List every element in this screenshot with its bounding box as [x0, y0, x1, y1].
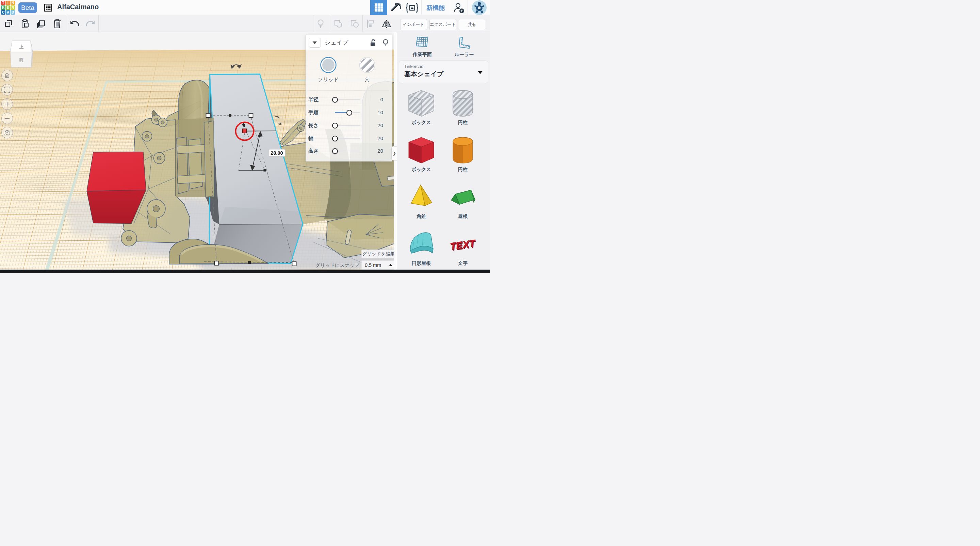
- shape-item-label: ボックス: [401, 120, 442, 126]
- shapes-sidebar: 作業平面 ルーラー Tinkercad 基本シェイプ ボックス: [397, 32, 490, 273]
- hole-option[interactable]: [359, 57, 375, 73]
- copy-button[interactable]: [3, 15, 14, 32]
- slider-steps-value: 10: [377, 110, 383, 115]
- topbar-separator: [450, 0, 450, 15]
- caret-down-icon: [478, 71, 482, 74]
- hole-option-label: 穴: [355, 76, 379, 83]
- redo-button[interactable]: [85, 15, 95, 32]
- minecraft-pickaxe-icon[interactable]: [390, 3, 401, 13]
- solid-option[interactable]: [320, 57, 337, 73]
- shape-item-label: 円柱: [442, 120, 483, 126]
- light-mode-icon[interactable]: [316, 15, 325, 32]
- lock-icon[interactable]: [369, 38, 378, 47]
- edit-toolbar: インポート エクスポート 共有: [0, 15, 490, 32]
- export-button[interactable]: エクスポート: [430, 19, 457, 30]
- slider-width-value: 20: [377, 135, 383, 141]
- sidebar-collapse-tab[interactable]: ❯: [391, 146, 397, 160]
- slider-steps-knob[interactable]: [347, 110, 352, 116]
- shape-panel-collapse-button[interactable]: [309, 38, 321, 48]
- slider-length-value: 20: [377, 122, 383, 128]
- toolbar-separator: [66, 15, 66, 32]
- shape-item-pyramid[interactable]: 角錐: [401, 183, 442, 220]
- toolbar-separator: [98, 15, 99, 32]
- ungroup-button[interactable]: [350, 15, 360, 32]
- workplane-boundary-line-v: [45, 81, 108, 270]
- shape-item-label: 円形屋根: [401, 260, 442, 267]
- slider-radius-value: 0: [380, 97, 383, 102]
- import-button[interactable]: インポート: [400, 19, 427, 30]
- slider-radius-track[interactable]: [335, 99, 360, 100]
- share-button[interactable]: 共有: [459, 19, 485, 30]
- ruler-tool-icon[interactable]: [457, 37, 471, 49]
- workplane-tool-label: 作業平面: [405, 52, 439, 58]
- toolbar-separator: [313, 15, 313, 32]
- svg-text:前: 前: [19, 57, 24, 62]
- paste-button[interactable]: [19, 15, 30, 32]
- shape-item-cylinder-orange[interactable]: 円柱: [442, 136, 483, 173]
- shape-item-box-red[interactable]: ボックス: [401, 136, 442, 173]
- snap-to-grid-label: グリッドにスナップ: [305, 262, 360, 268]
- undo-button[interactable]: [69, 15, 80, 32]
- tinkercad-logo[interactable]: T I N K E R C A D: [1, 1, 15, 15]
- group-button[interactable]: [334, 15, 344, 32]
- zoom-out-button[interactable]: [2, 113, 13, 124]
- codeblocks-icon[interactable]: [406, 3, 418, 13]
- svg-text:上: 上: [19, 44, 24, 49]
- shape-item-cylinder-hole[interactable]: 円柱: [442, 89, 483, 126]
- design-menu-icon[interactable]: [44, 4, 52, 11]
- slider-height-value: 20: [377, 148, 383, 154]
- delete-button[interactable]: [52, 15, 63, 32]
- snap-grid-select[interactable]: 0.5 mm: [361, 260, 396, 270]
- topbar-separator: [468, 0, 468, 15]
- slider-radius-label: 半径: [308, 97, 318, 103]
- topbar-separator: [421, 0, 422, 15]
- zoom-in-button[interactable]: [2, 98, 13, 110]
- edit-grid-button[interactable]: グリッドを編集: [361, 249, 396, 259]
- sidebar-divider: [397, 58, 490, 58]
- slider-width-label: 幅: [308, 135, 313, 142]
- slider-length-knob[interactable]: [332, 123, 338, 129]
- ruler-tool-label: ルーラー: [447, 52, 481, 58]
- fit-view-button[interactable]: [2, 84, 13, 95]
- beta-badge[interactable]: Beta: [18, 2, 37, 13]
- add-user-icon[interactable]: [453, 2, 465, 14]
- workplane-tool-icon[interactable]: [415, 36, 429, 49]
- slider-length-track[interactable]: [335, 125, 360, 126]
- shape-item-text[interactable]: TEXT TEXT 文字: [442, 230, 483, 267]
- mirror-button[interactable]: [381, 15, 392, 32]
- shape-item-label: 文字: [442, 260, 483, 267]
- toolbar-separator: [330, 15, 330, 32]
- duplicate-button[interactable]: [35, 15, 46, 32]
- slider-height-knob[interactable]: [332, 148, 338, 154]
- shape-panel-title: シェイプ: [325, 39, 348, 46]
- dashboard-grid-button[interactable]: [370, 0, 387, 15]
- solid-option-label: ソリッド: [317, 76, 340, 83]
- shape-library-dropdown[interactable]: Tinkercad 基本シェイプ: [399, 60, 488, 83]
- shape-panel-divider: [308, 90, 389, 91]
- shape-item-roof[interactable]: 屋根: [442, 183, 483, 220]
- shape-item-label: ボックス: [401, 167, 442, 173]
- slider-steps-label: 手順: [308, 110, 318, 116]
- new-features-link[interactable]: 新機能: [422, 4, 449, 12]
- shape-item-round-roof[interactable]: 円形屋根: [401, 230, 442, 267]
- slider-height-track[interactable]: [335, 151, 360, 151]
- shape-item-label: 円柱: [442, 167, 483, 173]
- bottom-help-strip: [0, 270, 490, 273]
- top-app-bar: T I N K E R C A D Beta AlfaCaimano: [0, 0, 490, 15]
- perspective-toggle-button[interactable]: [2, 127, 13, 138]
- shape-item-label: 屋根: [442, 214, 483, 220]
- user-avatar[interactable]: [468, 0, 490, 15]
- slider-width-track[interactable]: [335, 138, 360, 139]
- shape-item-box-hole[interactable]: ボックス: [401, 89, 442, 126]
- align-button[interactable]: [366, 15, 375, 32]
- home-view-button[interactable]: [2, 70, 13, 81]
- design-title[interactable]: AlfaCaimano: [57, 3, 99, 11]
- topbar-separator: [388, 0, 388, 15]
- lightbulb-icon[interactable]: [381, 38, 390, 47]
- slider-height-label: 高さ: [308, 148, 318, 154]
- slider-width-knob[interactable]: [332, 136, 338, 141]
- shape-item-label: 角錐: [401, 214, 442, 220]
- library-name: 基本シェイプ: [404, 70, 444, 79]
- slider-radius-knob[interactable]: [332, 97, 338, 103]
- view-cube[interactable]: 上 前: [9, 39, 34, 69]
